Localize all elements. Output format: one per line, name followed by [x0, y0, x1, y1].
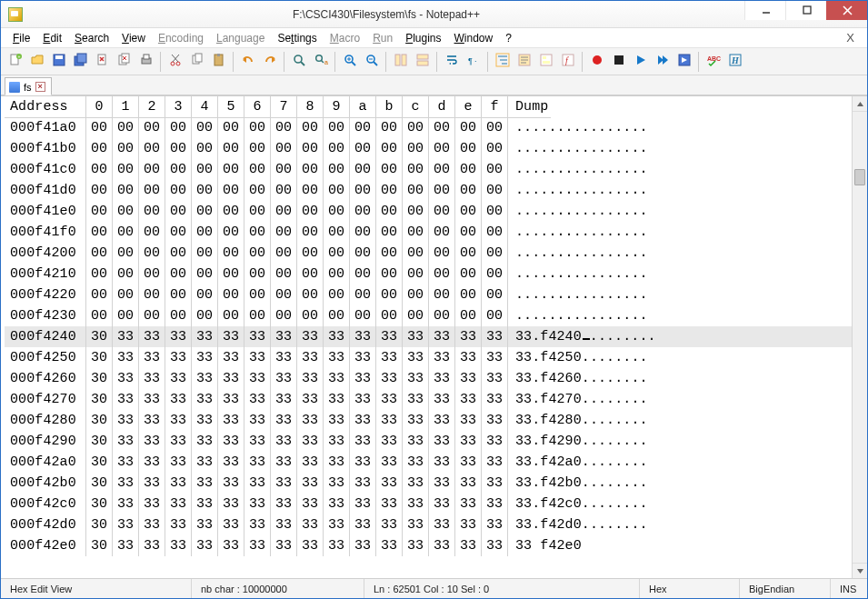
hex-byte[interactable]: 33: [192, 452, 218, 473]
hex-dump[interactable]: 33.f4280........: [508, 410, 651, 431]
maximize-button[interactable]: [785, 0, 827, 20]
hex-byte[interactable]: 33: [324, 452, 350, 473]
find-replace-button[interactable]: a: [310, 51, 331, 72]
hex-byte[interactable]: 00: [324, 159, 350, 180]
hex-byte[interactable]: 00: [429, 222, 455, 243]
hex-byte[interactable]: 33: [165, 494, 192, 514]
hex-byte[interactable]: 33: [244, 347, 271, 368]
hex-byte[interactable]: 33: [271, 410, 297, 431]
hex-row[interactable]: 000f427030333333333333333333333333333333…: [5, 389, 852, 410]
hex-byte[interactable]: 00: [350, 222, 376, 243]
hex-byte[interactable]: 33: [455, 535, 482, 556]
hex-byte[interactable]: 00: [113, 222, 139, 243]
hex-byte[interactable]: 00: [139, 285, 165, 305]
hex-byte[interactable]: 33: [324, 389, 350, 410]
hex-byte[interactable]: 00: [297, 243, 324, 264]
hex-byte[interactable]: 33: [429, 473, 455, 494]
hex-byte[interactable]: 33: [244, 368, 271, 389]
hex-byte[interactable]: 00: [455, 180, 482, 201]
hex-byte[interactable]: 00: [218, 264, 244, 285]
hex-byte[interactable]: 33: [297, 410, 324, 431]
hex-byte[interactable]: 33: [403, 347, 429, 368]
hex-byte[interactable]: 00: [482, 222, 508, 243]
hex-byte[interactable]: 33: [139, 494, 165, 514]
hex-byte[interactable]: 33: [165, 431, 192, 452]
hex-byte[interactable]: 00: [113, 201, 139, 222]
indent-guide-button[interactable]: [492, 51, 513, 72]
hex-dump[interactable]: ................: [508, 264, 651, 285]
hex-byte[interactable]: 33: [139, 452, 165, 473]
hex-byte[interactable]: 00: [403, 222, 429, 243]
hex-byte[interactable]: 00: [403, 117, 429, 138]
cut-button[interactable]: [165, 51, 185, 72]
hex-byte[interactable]: 00: [271, 138, 297, 159]
redo-button[interactable]: [259, 51, 280, 72]
hex-byte[interactable]: 33: [324, 368, 350, 389]
hex-dump[interactable]: ................: [508, 222, 651, 243]
hex-byte[interactable]: 33: [192, 431, 218, 452]
hex-byte[interactable]: 00: [482, 264, 508, 285]
macro-play-multi-button[interactable]: [652, 51, 673, 72]
hex-byte[interactable]: 33: [324, 347, 350, 368]
hex-byte[interactable]: 00: [403, 264, 429, 285]
hex-byte[interactable]: 00: [429, 285, 455, 305]
hex-byte[interactable]: 33: [165, 514, 192, 535]
hex-byte[interactable]: 33: [244, 452, 271, 473]
hex-byte[interactable]: 33: [244, 389, 271, 410]
hex-byte[interactable]: 33: [455, 389, 482, 410]
hex-byte[interactable]: 33: [218, 514, 244, 535]
hex-byte[interactable]: 00: [403, 305, 429, 326]
hex-byte[interactable]: 00: [324, 138, 350, 159]
hex-byte[interactable]: 33: [165, 347, 192, 368]
hex-byte[interactable]: 33: [324, 514, 350, 535]
hex-byte[interactable]: 00: [192, 305, 218, 326]
hex-byte[interactable]: 00: [297, 201, 324, 222]
hex-byte[interactable]: 33: [165, 410, 192, 431]
hex-row[interactable]: 000f42b030333333333333333333333333333333…: [5, 473, 852, 494]
hex-byte[interactable]: 33: [218, 326, 244, 347]
hex-byte[interactable]: 33: [139, 535, 165, 556]
hex-row[interactable]: 000f41b000000000000000000000000000000000…: [5, 138, 852, 159]
menu-close-x[interactable]: X: [839, 31, 862, 45]
save-all-button[interactable]: [70, 51, 91, 72]
spellcheck-button[interactable]: ABC: [703, 51, 723, 72]
hex-byte[interactable]: 33: [218, 431, 244, 452]
hex-byte[interactable]: 33: [376, 326, 403, 347]
macro-save-button[interactable]: [673, 51, 694, 72]
hex-byte[interactable]: 33: [482, 431, 508, 452]
hex-byte[interactable]: 00: [455, 285, 482, 305]
word-wrap-button[interactable]: [441, 51, 462, 72]
hex-byte[interactable]: 00: [376, 305, 403, 326]
hex-row[interactable]: 000f424030333333333333333333333333333333…: [5, 326, 852, 347]
hex-byte[interactable]: 33: [429, 389, 455, 410]
hex-byte[interactable]: 33: [376, 473, 403, 494]
hex-row[interactable]: 000f41a000000000000000000000000000000000…: [5, 117, 852, 138]
hex-byte[interactable]: 00: [455, 243, 482, 264]
menu-encoding[interactable]: Encoding: [152, 30, 210, 46]
hex-byte[interactable]: 33: [192, 494, 218, 514]
show-all-chars-button[interactable]: ¶·: [463, 51, 484, 72]
hex-byte[interactable]: 00: [376, 180, 403, 201]
menu-help[interactable]: ?: [499, 30, 518, 46]
hex-row[interactable]: 000f426030333333333333333333333333333333…: [5, 368, 852, 389]
hex-byte[interactable]: 00: [244, 285, 271, 305]
hex-byte[interactable]: 33: [297, 368, 324, 389]
hex-byte[interactable]: 33: [218, 494, 244, 514]
hex-byte[interactable]: 00: [113, 138, 139, 159]
hex-byte[interactable]: 00: [165, 180, 192, 201]
close-all-button[interactable]: [114, 51, 135, 72]
hex-byte[interactable]: 33: [192, 326, 218, 347]
hex-byte[interactable]: 30: [86, 410, 113, 431]
hex-byte[interactable]: 33: [403, 389, 429, 410]
hex-byte[interactable]: 00: [482, 159, 508, 180]
hex-byte[interactable]: 00: [192, 285, 218, 305]
macro-record-button[interactable]: [586, 51, 607, 72]
hex-byte[interactable]: 33: [482, 514, 508, 535]
hex-byte[interactable]: 00: [218, 305, 244, 326]
hex-byte[interactable]: 33: [271, 368, 297, 389]
hex-byte[interactable]: 00: [350, 285, 376, 305]
hex-dump[interactable]: ................: [508, 117, 651, 138]
hex-byte[interactable]: 33: [376, 514, 403, 535]
menu-edit[interactable]: Edit: [36, 30, 68, 46]
hex-byte[interactable]: 00: [429, 305, 455, 326]
